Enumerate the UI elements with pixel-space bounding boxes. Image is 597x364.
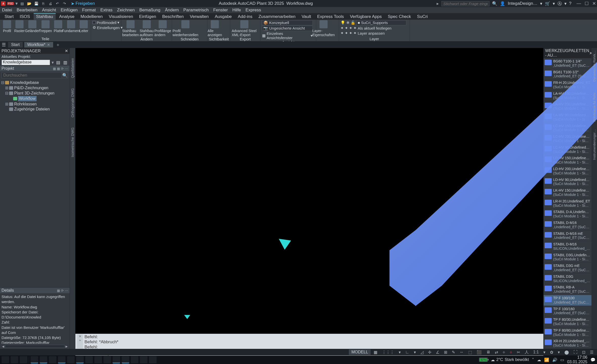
leiter-button[interactable]: Leiter <box>78 20 89 33</box>
share-button[interactable]: ➤ Freigeben <box>71 1 95 6</box>
project-select[interactable]: Knowledgebase <box>2 60 50 65</box>
menu-ändern[interactable]: Ändern <box>165 8 179 13</box>
new-icon[interactable]: ▤ <box>19 1 25 6</box>
single-viewport-option[interactable]: Einzelnes Ansichtsfenster <box>267 31 310 40</box>
ribbon-tab-stahlbau[interactable]: Stahlbau <box>34 13 56 20</box>
doc-tab-start[interactable]: Start <box>8 42 23 48</box>
ribbon-tab-beschriften[interactable]: Beschriften <box>160 13 186 20</box>
taskbar-app[interactable] <box>149 356 157 363</box>
palette-item[interactable]: TP F 100/160,Undefined_ET (SuCri Mo… <box>544 306 591 317</box>
einstellungen-option[interactable]: Einstellungen <box>97 26 120 30</box>
status-ortho-icon[interactable]: ◿ <box>419 350 425 355</box>
section-tool-icon[interactable]: ⟳ <box>61 67 64 71</box>
palette-tab[interactable]: Instrumentierungsr… <box>592 129 596 160</box>
help-search-input[interactable] <box>441 1 489 6</box>
weather-widget[interactable]: ☁ 2°C Stark bewölkt <box>491 357 529 362</box>
pm-search-input[interactable] <box>2 72 62 78</box>
ribbon-tab-sucri[interactable]: SuCri <box>415 13 431 20</box>
ribbon-tab-ausgabe[interactable]: Ausgabe <box>212 13 234 20</box>
section-tool-icon[interactable]: ▩ <box>57 67 60 71</box>
status-snap-icon[interactable]: ∟ <box>404 350 411 354</box>
palette-item[interactable]: XR-H 20,Undefined_ET(SuCri Module 1 - Si… <box>544 338 591 349</box>
cmd-expand-icon[interactable]: » <box>79 338 81 342</box>
ribbon-tab-express-tools[interactable]: Express Tools <box>315 13 347 20</box>
alle-anzeigen-button[interactable]: Alle anzeigen <box>209 20 221 37</box>
taskbar-app[interactable] <box>94 356 102 363</box>
tray-volume-icon[interactable]: 🔊 <box>552 357 557 362</box>
layer-combo[interactable]: ■ SuCri_Supports <box>356 20 406 25</box>
taskbar-app[interactable] <box>31 356 38 363</box>
status-grid-icon[interactable]: ▦ <box>372 350 379 355</box>
drawing-viewport[interactable] <box>75 48 543 334</box>
autodesk-icon[interactable]: Ⓐ <box>558 1 562 7</box>
tray-lang-icon[interactable]: ▭ <box>560 357 564 362</box>
taskbar-app[interactable] <box>103 356 111 363</box>
fundament-button[interactable]: Fundament <box>65 20 77 33</box>
taskbar-app[interactable] <box>122 356 129 363</box>
ribbon-tab-isos[interactable]: ISOS <box>17 13 33 20</box>
menu-format[interactable]: Format <box>82 8 96 13</box>
profilmodell-option[interactable]: Profilmodell <box>97 20 116 25</box>
ribbon-tab-analyse[interactable]: Analyse <box>57 13 77 20</box>
section-tool-icon[interactable]: ⋯ <box>65 67 68 71</box>
user-icon[interactable]: 👤 <box>500 1 505 6</box>
treppen-button[interactable]: Treppen <box>40 20 51 33</box>
taskbar-app[interactable] <box>131 356 138 363</box>
geländer-button[interactable]: Geländer <box>27 20 38 33</box>
ribbon-tab-verwalten[interactable]: Verwalten <box>187 13 211 20</box>
stahlbau-bearbeiten-button[interactable]: Stahlbau bearbeiten <box>123 20 138 37</box>
saveas-icon[interactable]: ⎘ <box>40 1 46 6</box>
side-tab-quelldateien[interactable]: Quelldateien <box>71 58 75 78</box>
model-space-button[interactable]: MODELL <box>349 349 371 355</box>
doctabs-menu-icon[interactable]: ☰ <box>1 42 7 48</box>
menu-bemaßung[interactable]: Bemaßung <box>139 8 160 13</box>
visual-style-combo[interactable]: 📦 Konzeptuell <box>262 20 313 25</box>
palette-tab[interactable]: Dynamische Rohrk… <box>592 51 596 82</box>
status-scale[interactable]: 1:1 <box>532 350 540 354</box>
tray-cloud-icon[interactable]: ☁ <box>537 357 541 362</box>
taskbar-app[interactable] <box>40 356 47 363</box>
ribbon-tab-modellieren[interactable]: Modellieren <box>78 13 105 20</box>
pm-horizontal-scrollbar[interactable]: ◂▸ <box>0 344 70 349</box>
menu-datei[interactable]: Datei <box>2 8 12 13</box>
section-tool-icon[interactable]: ▦ <box>53 67 56 71</box>
menu-ansicht[interactable]: Ansicht <box>42 8 56 13</box>
menu-parametrisch[interactable]: Parametrisch <box>183 8 209 13</box>
menu-fenster[interactable]: Fenster <box>213 8 228 13</box>
search-icon[interactable]: 🔍 <box>62 72 68 78</box>
tray-network-icon[interactable]: 📶 <box>544 357 549 362</box>
details-tool-icon[interactable]: ⟳ <box>61 289 64 292</box>
ribbon-tab-verfügbare-apps[interactable]: Verfügbare Apps <box>347 13 384 20</box>
menu-zeichnen[interactable]: Zeichnen <box>117 8 135 13</box>
status-isolate-icon[interactable]: ⬤ <box>563 350 570 355</box>
taskbar-start[interactable] <box>2 356 9 363</box>
maximize-button[interactable]: ☐ <box>585 1 589 6</box>
status-customize-icon[interactable]: ☰ <box>588 350 595 355</box>
taskbar-search[interactable] <box>11 356 18 363</box>
taskbar-app[interactable] <box>58 356 66 363</box>
taskbar-app[interactable] <box>49 356 56 363</box>
details-tool-icon[interactable]: ▦ <box>57 289 60 292</box>
layer-props-button[interactable]: Layer-Eigenschaften <box>318 20 329 37</box>
palette-item[interactable]: TP F 80/30,Undefined_ET(SuCri Module 1 -… <box>544 316 591 327</box>
redo-icon[interactable]: ↷ <box>62 1 67 6</box>
close-icon[interactable]: ✕ <box>47 43 50 47</box>
palette-tab[interactable]: Rohrklasse für Rohr… <box>592 89 596 122</box>
user-name[interactable]: IntegaDesign… <box>508 1 537 6</box>
ribbon-tab-start[interactable]: Start <box>2 13 16 20</box>
taskbar-app[interactable] <box>140 356 147 363</box>
search-icon[interactable]: 🔍 <box>492 1 497 6</box>
notifications-icon[interactable]: 💬 <box>590 357 595 362</box>
details-tool-icon[interactable]: ⋯ <box>65 289 68 292</box>
profil-wiederherstellen-button[interactable]: Profil wiederherstellen <box>180 20 191 37</box>
xml-export-button[interactable]: Advanced Steel XML-Export <box>232 20 257 37</box>
plot-icon[interactable]: 🖨 <box>48 1 53 6</box>
taskbar-app[interactable] <box>113 356 120 363</box>
menu-extras[interactable]: Extras <box>100 8 113 13</box>
taskbar-app[interactable] <box>76 356 84 363</box>
ribbon-tab-add-ins[interactable]: Add-ins <box>235 13 255 20</box>
close-button[interactable]: ✕ <box>592 1 596 6</box>
help-icon[interactable]: ? <box>569 1 571 6</box>
menu-hilfe[interactable]: Hilfe <box>232 8 241 13</box>
status-polar-icon[interactable]: ✢ <box>427 350 433 355</box>
